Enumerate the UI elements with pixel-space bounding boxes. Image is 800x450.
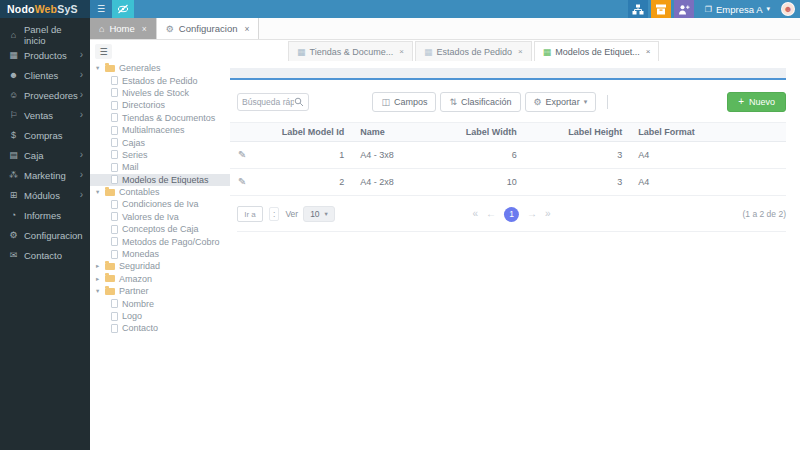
tree-item-conceptos-de-caja[interactable]: Conceptos de Caja <box>90 223 230 235</box>
search-icon <box>294 97 304 107</box>
next-page-button[interactable]: → <box>527 209 537 219</box>
sidebar-item-clientes[interactable]: ☻Clientes <box>0 65 90 85</box>
file-icon <box>111 126 118 135</box>
expander-icon[interactable] <box>96 287 105 295</box>
expander-icon[interactable] <box>96 188 105 196</box>
table-header-row: Label Model Id Name Label Width Label He… <box>230 123 786 142</box>
tree-label: Directorios <box>122 100 165 110</box>
tree-item-mail[interactable]: Mail <box>90 161 230 173</box>
tree-item-metodos-de-pago[interactable]: Metodos de Pago/Cobro <box>90 235 230 247</box>
file-icon <box>111 212 118 221</box>
quick-search-box[interactable] <box>237 93 309 111</box>
campos-button[interactable]: ◫ Campos <box>372 92 436 112</box>
tree-item-estados-de-pedido[interactable]: Estados de Pedido <box>90 74 230 86</box>
first-page-button[interactable]: « <box>472 209 478 219</box>
sidebar-item-caja[interactable]: ▤Caja <box>0 145 90 165</box>
organization-button[interactable] <box>628 0 648 18</box>
column-header-label-width[interactable]: Label Width <box>452 123 524 142</box>
tree-item-modelos-de-etiquetas[interactable]: Modelos de Etiquetas <box>90 174 230 186</box>
expander-icon[interactable] <box>96 275 105 283</box>
close-icon[interactable]: × <box>244 24 249 34</box>
expander-icon[interactable] <box>96 64 105 72</box>
tree-item-valores-de-iva[interactable]: Valores de Iva <box>90 211 230 223</box>
tree-item-contables[interactable]: Contables <box>90 186 230 198</box>
tab-modelos-de-etiquetas[interactable]: ▦ Modelos de Etiquet... × <box>534 41 660 61</box>
file-icon <box>111 76 118 85</box>
close-icon[interactable]: × <box>646 47 651 56</box>
inventory-button[interactable] <box>651 0 671 18</box>
sidebar-item-informes[interactable]: ◔Informes <box>0 205 90 225</box>
tree-collapse-button[interactable]: ☰ <box>95 44 112 59</box>
column-header-label-height[interactable]: Label Height <box>525 123 631 142</box>
tree-item-cajas[interactable]: Cajas <box>90 136 230 148</box>
tree-label: Monedas <box>122 249 159 259</box>
data-grid: Label Model Id Name Label Width Label He… <box>230 122 786 196</box>
tree-item-contacto[interactable]: Contacto <box>90 322 230 334</box>
top-header: ☰ <box>90 0 800 18</box>
table-row[interactable]: ✎ 1 A4 - 3x8 6 3 A4 <box>230 142 786 169</box>
tree-item-multialmacenes[interactable]: Multialmacenes <box>90 124 230 136</box>
last-page-button[interactable]: » <box>545 209 551 219</box>
brand-part-nodo: Nodo <box>7 3 35 15</box>
sidebar-item-contacto[interactable]: ✉Contacto <box>0 245 90 265</box>
tree-item-amazon[interactable]: Amazon <box>90 273 230 285</box>
tree-item-series[interactable]: Series <box>90 149 230 161</box>
page-size-select[interactable]: 10 ▾ <box>303 206 335 222</box>
edit-icon[interactable]: ✎ <box>238 176 246 187</box>
tab-estados-de-pedido[interactable]: ▦ Estados de Pedido × <box>415 41 532 61</box>
current-page-badge[interactable]: 1 <box>504 207 519 222</box>
user-avatar[interactable]: ☻ <box>781 2 795 16</box>
add-user-button[interactable] <box>674 0 694 18</box>
expander-icon[interactable] <box>96 262 105 270</box>
sidebar-item-productos[interactable]: ▦Productos <box>0 45 90 65</box>
sidebar-item-marketing[interactable]: ⁂Marketing <box>0 165 90 185</box>
close-icon[interactable]: × <box>399 47 404 56</box>
file-icon <box>111 175 118 184</box>
dashboard-icon: ⌂ <box>7 30 20 40</box>
search-input[interactable] <box>242 97 294 107</box>
sidebar-item-compras[interactable]: $Compras <box>0 125 90 145</box>
tab-tiendas-documentos[interactable]: ▦ Tiendas & Docume... × <box>288 41 413 61</box>
company-switcher[interactable]: ❐ Empresa A ▾ <box>697 0 778 18</box>
goto-page-input[interactable] <box>237 206 263 222</box>
prev-page-button[interactable]: ← <box>486 209 496 219</box>
tree-item-partner[interactable]: Partner <box>90 285 230 297</box>
file-icon <box>111 237 118 246</box>
tree-item-niveles-de-stock[interactable]: Niveles de Stock <box>90 87 230 99</box>
table-row[interactable]: ✎ 2 A4 - 2x8 10 3 A4 <box>230 169 786 196</box>
tree-item-generales[interactable]: Generales <box>90 62 230 74</box>
nuevo-button[interactable]: + Nuevo <box>727 92 786 112</box>
sidebar-item-label: Caja <box>24 150 44 161</box>
tree-item-nombre[interactable]: Nombre <box>90 297 230 309</box>
tree-item-seguridad[interactable]: Seguridad <box>90 260 230 272</box>
tree-item-tiendas-documentos[interactable]: Tiendas & Documentos <box>90 112 230 124</box>
close-icon[interactable]: × <box>142 24 147 34</box>
tree-item-logo[interactable]: Logo <box>90 310 230 322</box>
column-header-label-format[interactable]: Label Format <box>630 123 786 142</box>
edit-icon[interactable]: ✎ <box>238 149 246 160</box>
tab-home[interactable]: ⌂ Home × <box>90 18 157 39</box>
cell-label-width: 6 <box>452 142 524 169</box>
sitemap-icon <box>632 4 644 15</box>
grid-toolbar: ◫ Campos ⇅ Clasificación ⚙ Exportar ▾ <box>230 92 786 112</box>
close-icon[interactable]: × <box>518 47 523 56</box>
sidebar-item-label: Marketing <box>24 170 66 181</box>
column-header-label-model-id[interactable]: Label Model Id <box>263 123 352 142</box>
sidebar-item-configuracion[interactable]: ⚙Configuracion <box>0 225 90 245</box>
tab-configuracion[interactable]: ⚙ Configuracion × <box>157 18 260 39</box>
sidebar-item-modulos[interactable]: ⊞Módulos <box>0 185 90 205</box>
visibility-toggle-button[interactable] <box>112 0 134 18</box>
tree-item-monedas[interactable]: Monedas <box>90 248 230 260</box>
exportar-button[interactable]: ⚙ Exportar ▾ <box>525 92 597 112</box>
sidebar-toggle-button[interactable]: ☰ <box>90 0 112 18</box>
tree-item-condiciones-de-iva[interactable]: Condiciones de Iva <box>90 198 230 210</box>
modules-icon: ⊞ <box>7 190 20 200</box>
chevron-right-icon <box>80 170 83 180</box>
sidebar-item-ventas[interactable]: ⚐Ventas <box>0 105 90 125</box>
sidebar-item-panel-de-inicio[interactable]: ⌂Panel de inicio <box>0 25 90 45</box>
column-header-name[interactable]: Name <box>352 123 452 142</box>
sidebar-item-proveedores[interactable]: ☺Proveedores <box>0 85 90 105</box>
button-label: Nuevo <box>749 97 775 107</box>
clasificacion-button[interactable]: ⇅ Clasificación <box>440 92 520 112</box>
tree-item-directorios[interactable]: Directorios <box>90 99 230 111</box>
